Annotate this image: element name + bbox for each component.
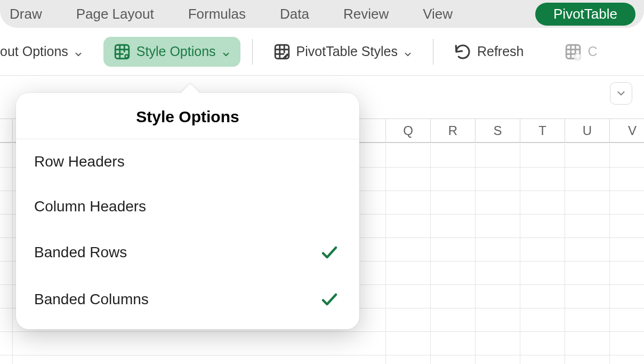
cell[interactable] — [431, 238, 476, 262]
cell[interactable] — [520, 355, 565, 364]
cell[interactable] — [520, 308, 565, 332]
tab-review[interactable]: Review — [343, 6, 389, 22]
column-header-t[interactable]: T — [520, 119, 565, 142]
cell[interactable] — [565, 238, 610, 262]
cell[interactable] — [0, 308, 13, 332]
cell[interactable] — [565, 191, 610, 215]
cell[interactable] — [0, 215, 13, 238]
column-header-r[interactable]: R — [431, 119, 476, 142]
column-header-v[interactable]: V — [610, 119, 644, 142]
tab-draw[interactable]: Draw — [10, 6, 42, 22]
cell[interactable] — [476, 262, 520, 285]
style-option-banded-columns[interactable]: Banded Columns — [16, 276, 359, 323]
style-option-row-headers[interactable]: Row Headers — [16, 139, 359, 184]
cell[interactable] — [610, 285, 644, 308]
cell[interactable] — [610, 168, 644, 191]
cell[interactable] — [610, 262, 644, 285]
style-options-button[interactable]: Style Options — [103, 37, 240, 67]
cell[interactable] — [565, 308, 610, 332]
cell[interactable] — [610, 332, 644, 355]
cell[interactable] — [476, 238, 520, 262]
cell[interactable] — [431, 285, 476, 308]
tab-view[interactable]: View — [423, 6, 453, 22]
cell[interactable] — [520, 238, 565, 262]
cell[interactable] — [0, 262, 13, 285]
cell[interactable] — [610, 215, 644, 238]
cell[interactable] — [0, 285, 13, 308]
cell[interactable] — [610, 238, 644, 262]
cell[interactable] — [610, 355, 644, 364]
cell[interactable] — [520, 144, 565, 168]
style-option-banded-rows[interactable]: Banded Rows — [16, 229, 359, 276]
cell[interactable] — [386, 308, 431, 332]
cell[interactable] — [476, 215, 520, 238]
cell[interactable] — [431, 168, 476, 191]
cell[interactable] — [476, 168, 520, 191]
cell[interactable] — [431, 215, 476, 238]
cell[interactable] — [520, 262, 565, 285]
cell[interactable] — [565, 168, 610, 191]
cell[interactable] — [476, 308, 520, 332]
cell[interactable] — [0, 355, 13, 364]
tab-page-layout[interactable]: Page Layout — [76, 6, 154, 22]
column-header-u[interactable]: U — [565, 119, 610, 142]
cell[interactable] — [565, 285, 610, 308]
grid-row — [0, 355, 644, 364]
cell[interactable] — [476, 332, 520, 355]
cell[interactable] — [520, 332, 565, 355]
cell[interactable] — [565, 332, 610, 355]
cell[interactable] — [0, 144, 13, 168]
column-header-q[interactable]: Q — [386, 119, 431, 142]
cell[interactable] — [520, 168, 565, 191]
cell[interactable] — [476, 144, 520, 168]
cell[interactable] — [386, 238, 431, 262]
cell[interactable] — [520, 285, 565, 308]
cell[interactable] — [565, 215, 610, 238]
cell[interactable] — [476, 191, 520, 215]
cell[interactable] — [0, 332, 13, 355]
cell[interactable] — [13, 332, 386, 355]
cell[interactable] — [386, 144, 431, 168]
cell[interactable] — [386, 215, 431, 238]
cell[interactable] — [476, 285, 520, 308]
cell[interactable] — [386, 355, 431, 364]
tab-pivottable[interactable]: PivotTable — [535, 3, 635, 26]
cell[interactable] — [610, 191, 644, 215]
cell[interactable] — [431, 262, 476, 285]
cell[interactable] — [476, 355, 520, 364]
cell[interactable] — [431, 144, 476, 168]
formula-bar-expand-button[interactable] — [610, 82, 632, 105]
cell[interactable] — [565, 262, 610, 285]
cell[interactable] — [386, 191, 431, 215]
cell[interactable] — [431, 191, 476, 215]
cell[interactable] — [386, 332, 431, 355]
cell[interactable] — [520, 191, 565, 215]
layout-options-button[interactable]: out Options — [0, 37, 92, 67]
column-header-s[interactable]: S — [476, 119, 520, 142]
cell[interactable] — [386, 168, 431, 191]
pivottable-styles-button[interactable]: PivotTable Styles — [264, 37, 421, 67]
cell[interactable] — [0, 168, 13, 191]
refresh-group: Refresh — [433, 36, 544, 68]
cell[interactable] — [13, 355, 386, 364]
cell[interactable] — [431, 355, 476, 364]
cell[interactable] — [386, 285, 431, 308]
clipped-button[interactable]: C — [556, 37, 597, 67]
cell[interactable] — [431, 308, 476, 332]
pivottable-toolbar: out Options Style Options — [0, 28, 644, 76]
cell[interactable] — [520, 215, 565, 238]
cell[interactable] — [610, 144, 644, 168]
tab-formulas[interactable]: Formulas — [188, 6, 246, 22]
cell[interactable] — [0, 238, 13, 262]
cell[interactable] — [431, 332, 476, 355]
column-header[interactable] — [0, 119, 13, 142]
style-option-column-headers[interactable]: Column Headers — [16, 184, 359, 229]
tab-data[interactable]: Data — [280, 6, 309, 22]
cell[interactable] — [565, 355, 610, 364]
cell[interactable] — [386, 262, 431, 285]
popover-item-label: Column Headers — [34, 198, 146, 215]
cell[interactable] — [565, 144, 610, 168]
cell[interactable] — [610, 308, 644, 332]
cell[interactable] — [0, 191, 13, 215]
refresh-button[interactable]: Refresh — [445, 37, 533, 67]
